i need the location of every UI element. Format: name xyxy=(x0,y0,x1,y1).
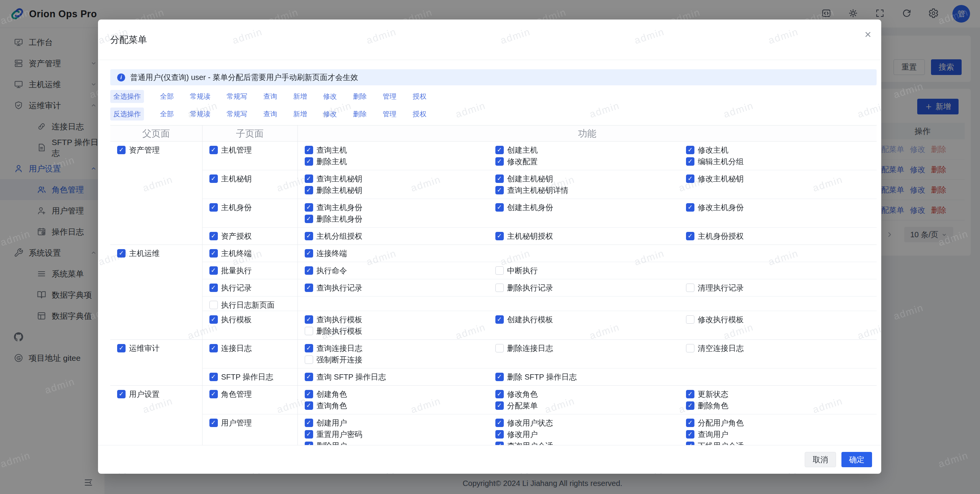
checkbox[interactable] xyxy=(686,344,694,352)
checkbox[interactable] xyxy=(495,157,504,166)
select-all-ops-link[interactable]: 全选操作 xyxy=(110,90,144,103)
checkbox[interactable] xyxy=(686,401,694,410)
function-checkbox-item[interactable]: 更新状态 xyxy=(686,388,877,400)
filter-link-0-4[interactable]: 新增 xyxy=(293,92,307,101)
function-checkbox-item[interactable]: 删除 SFTP 操作日志 xyxy=(495,371,686,383)
checkbox[interactable] xyxy=(305,174,313,183)
checkbox[interactable] xyxy=(209,301,218,309)
function-checkbox-item[interactable]: 编辑主机分组 xyxy=(686,156,877,167)
function-checkbox-item[interactable]: 删除主机身份 xyxy=(305,213,495,225)
checkbox[interactable] xyxy=(209,146,218,154)
function-checkbox-item[interactable]: 查询用户会话 xyxy=(495,440,686,445)
checkbox[interactable] xyxy=(117,146,126,154)
checkbox[interactable] xyxy=(117,344,126,352)
checkbox[interactable] xyxy=(495,315,504,324)
checkbox[interactable] xyxy=(495,442,504,445)
function-checkbox-item[interactable]: 主机秘钥授权 xyxy=(495,230,686,242)
checkbox[interactable] xyxy=(495,266,504,275)
function-checkbox-item[interactable]: 创建主机身份 xyxy=(495,202,686,213)
function-checkbox-item[interactable]: 删除执行模板 xyxy=(305,325,495,337)
sub-page-checkbox-item[interactable]: 主机终端 xyxy=(209,248,252,259)
function-checkbox-item[interactable]: 查询连接日志 xyxy=(305,342,495,354)
function-checkbox-item[interactable]: 删除主机 xyxy=(305,156,495,167)
checkbox[interactable] xyxy=(305,401,313,410)
checkbox[interactable] xyxy=(686,284,694,292)
filter-link-0-6[interactable]: 删除 xyxy=(353,92,367,101)
filter-link-0-8[interactable]: 授权 xyxy=(413,92,426,101)
function-checkbox-item[interactable]: 主机分组授权 xyxy=(305,230,495,242)
function-checkbox-item[interactable]: 删除执行记录 xyxy=(495,282,686,293)
checkbox[interactable] xyxy=(495,401,504,410)
sub-page-checkbox-item[interactable]: 执行日志新页面 xyxy=(209,299,275,311)
checkbox[interactable] xyxy=(209,344,218,352)
checkbox[interactable] xyxy=(686,146,694,154)
function-checkbox-item[interactable]: 查询主机秘钥详情 xyxy=(495,184,686,196)
function-checkbox-item[interactable]: 修改执行模板 xyxy=(686,314,877,325)
checkbox[interactable] xyxy=(495,344,504,352)
function-checkbox-item[interactable]: 删除用户 xyxy=(305,440,495,445)
checkbox[interactable] xyxy=(209,203,218,212)
checkbox[interactable] xyxy=(305,203,313,212)
sub-page-checkbox-item[interactable]: 批量执行 xyxy=(209,265,252,276)
checkbox[interactable] xyxy=(305,373,313,381)
checkbox[interactable] xyxy=(495,419,504,427)
filter-link-1-1[interactable]: 常规读 xyxy=(190,109,211,119)
function-checkbox-item[interactable]: 查询 SFTP 操作日志 xyxy=(305,371,495,383)
function-checkbox-item[interactable]: 修改角色 xyxy=(495,388,686,400)
parent-page-checkbox-item[interactable]: 资产管理 xyxy=(117,144,160,156)
close-icon[interactable] xyxy=(864,29,871,40)
sub-page-checkbox-item[interactable]: 资产授权 xyxy=(209,230,252,242)
filter-link-0-3[interactable]: 查询 xyxy=(263,92,277,101)
filter-link-1-3[interactable]: 查询 xyxy=(263,109,277,119)
filter-link-0-2[interactable]: 常规写 xyxy=(227,92,247,101)
function-checkbox-item[interactable]: 删除主机秘钥 xyxy=(305,184,495,196)
checkbox[interactable] xyxy=(495,174,504,183)
checkbox[interactable] xyxy=(305,284,313,292)
checkbox[interactable] xyxy=(305,232,313,240)
function-checkbox-item[interactable]: 修改主机 xyxy=(686,144,877,156)
checkbox[interactable] xyxy=(686,315,694,324)
sub-page-checkbox-item[interactable]: 主机身份 xyxy=(209,202,252,213)
function-checkbox-item[interactable]: 清空连接日志 xyxy=(686,342,877,354)
function-checkbox-item[interactable]: 查询主机身份 xyxy=(305,202,495,213)
checkbox[interactable] xyxy=(209,249,218,258)
sub-page-checkbox-item[interactable]: SFTP 操作日志 xyxy=(209,371,273,383)
checkbox[interactable] xyxy=(305,430,313,439)
filter-link-1-0[interactable]: 全部 xyxy=(160,109,174,119)
filter-link-0-5[interactable]: 修改 xyxy=(323,92,337,101)
sub-page-checkbox-item[interactable]: 执行模板 xyxy=(209,314,252,325)
checkbox[interactable] xyxy=(209,390,218,398)
sub-page-checkbox-item[interactable]: 角色管理 xyxy=(209,388,252,400)
function-checkbox-item[interactable]: 强制断开连接 xyxy=(305,354,495,365)
function-checkbox-item[interactable]: 主机身份授权 xyxy=(686,230,877,242)
checkbox[interactable] xyxy=(686,157,694,166)
checkbox[interactable] xyxy=(495,186,504,194)
checkbox[interactable] xyxy=(305,315,313,324)
function-checkbox-item[interactable]: 清理执行记录 xyxy=(686,282,877,293)
function-checkbox-item[interactable]: 创建执行模板 xyxy=(495,314,686,325)
filter-link-1-6[interactable]: 删除 xyxy=(353,109,367,119)
checkbox[interactable] xyxy=(117,390,126,398)
dialog-body[interactable]: i 普通用户(仅查询) user - 菜单分配后需要用户手动刷新页面才会生效 全… xyxy=(98,60,881,445)
checkbox[interactable] xyxy=(305,249,313,258)
checkbox[interactable] xyxy=(305,442,313,445)
function-checkbox-item[interactable]: 重置用户密码 xyxy=(305,429,495,440)
cancel-button[interactable]: 取消 xyxy=(805,452,836,467)
checkbox[interactable] xyxy=(209,232,218,240)
checkbox[interactable] xyxy=(305,327,313,335)
function-checkbox-item[interactable]: 执行命令 xyxy=(305,265,495,276)
checkbox[interactable] xyxy=(686,419,694,427)
checkbox[interactable] xyxy=(305,215,313,223)
function-checkbox-item[interactable]: 查询用户 xyxy=(686,429,877,440)
function-checkbox-item[interactable]: 创建角色 xyxy=(305,388,495,400)
filter-link-1-7[interactable]: 管理 xyxy=(383,109,397,119)
checkbox[interactable] xyxy=(209,419,218,427)
checkbox[interactable] xyxy=(495,390,504,398)
checkbox[interactable] xyxy=(305,355,313,364)
checkbox[interactable] xyxy=(305,157,313,166)
function-checkbox-item[interactable]: 查询执行模板 xyxy=(305,314,495,325)
parent-page-checkbox-item[interactable]: 主机运维 xyxy=(117,248,160,259)
checkbox[interactable] xyxy=(305,266,313,275)
function-checkbox-item[interactable]: 中断执行 xyxy=(495,265,686,276)
checkbox[interactable] xyxy=(495,430,504,439)
